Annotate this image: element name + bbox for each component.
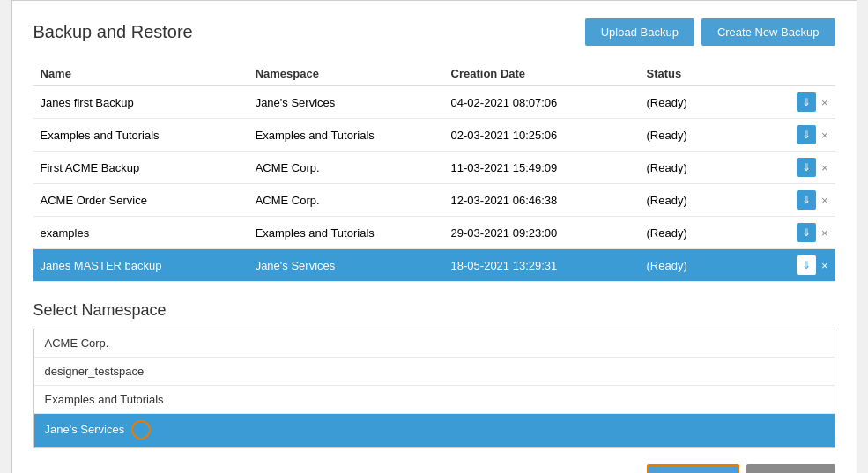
create-new-backup-button[interactable]: Create New Backup [701, 18, 835, 46]
cell-date: 04-02-2021 08:07:06 [444, 86, 640, 119]
cell-namespace: Examples and Tutorials [249, 119, 444, 152]
cell-actions: ⇓× [776, 184, 835, 217]
cell-actions: ⇓× [776, 152, 835, 184]
cursor-indicator [131, 420, 151, 440]
cell-name: Examples and Tutorials [33, 119, 249, 152]
download-icon[interactable]: ⇓ [797, 190, 816, 210]
table-row[interactable]: Janes MASTER backupJane's Services18-05-… [33, 249, 835, 282]
namespace-item[interactable]: ACME Corp. [34, 329, 835, 358]
cell-namespace: Jane's Services [249, 249, 444, 282]
namespace-item[interactable]: Jane's Services [34, 414, 835, 447]
footer-buttons: Restore Cancel [33, 464, 835, 473]
cell-status: (Ready) [640, 152, 776, 184]
cell-name: Janes MASTER backup [33, 249, 249, 282]
close-icon[interactable]: × [821, 226, 828, 240]
action-icons: ⇓× [783, 223, 828, 242]
namespace-item[interactable]: designer_testspace [34, 358, 835, 386]
action-icons: ⇓× [783, 92, 828, 112]
cell-status: (Ready) [640, 86, 776, 119]
action-icons: ⇓× [783, 255, 828, 275]
action-icons: ⇓× [783, 158, 828, 177]
cancel-button[interactable]: Cancel [746, 464, 835, 473]
close-icon[interactable]: × [821, 161, 828, 174]
cell-actions: ⇓× [776, 217, 835, 249]
col-header-actions [776, 62, 835, 86]
action-icons: ⇓× [783, 125, 828, 144]
table-row[interactable]: Janes first BackupJane's Services04-02-2… [33, 86, 835, 119]
col-header-status: Status [640, 62, 776, 86]
cell-name: Janes first Backup [33, 86, 249, 119]
table-row[interactable]: First ACME BackupACME Corp.11-03-2021 15… [33, 152, 835, 184]
cell-namespace: ACME Corp. [249, 184, 444, 217]
cell-actions: ⇓× [776, 119, 835, 152]
action-icons: ⇓× [783, 190, 828, 210]
download-icon[interactable]: ⇓ [797, 255, 816, 275]
cell-date: 02-03-2021 10:25:06 [444, 119, 640, 152]
cell-status: (Ready) [640, 184, 776, 217]
cell-namespace: Jane's Services [249, 86, 444, 119]
restore-button[interactable]: Restore [647, 464, 740, 473]
close-icon[interactable]: × [821, 194, 828, 207]
cell-name: ACME Order Service [33, 184, 249, 217]
namespace-item[interactable]: Examples and Tutorials [34, 386, 835, 414]
cell-status: (Ready) [640, 217, 776, 249]
col-header-date: Creation Date [444, 62, 640, 86]
download-icon[interactable]: ⇓ [797, 125, 816, 144]
namespace-section-title: Select Namespace [33, 301, 835, 320]
upload-backup-button[interactable]: Upload Backup [585, 18, 694, 46]
cell-actions: ⇓× [776, 86, 835, 119]
page-title: Backup and Restore [33, 22, 193, 42]
header-buttons: Upload Backup Create New Backup [585, 18, 835, 46]
download-icon[interactable]: ⇓ [797, 158, 816, 177]
cell-namespace: Examples and Tutorials [249, 217, 444, 249]
backup-restore-panel: Backup and Restore Upload Backup Create … [11, 0, 857, 473]
cell-date: 29-03-2021 09:23:00 [444, 217, 640, 249]
close-icon[interactable]: × [821, 129, 828, 142]
col-header-namespace: Namespace [249, 62, 444, 86]
table-row[interactable]: Examples and TutorialsExamples and Tutor… [33, 119, 835, 152]
table-header-row: Name Namespace Creation Date Status [33, 62, 835, 86]
cell-date: 12-03-2021 06:46:38 [444, 184, 640, 217]
close-icon[interactable]: × [821, 259, 828, 272]
backup-table: Name Namespace Creation Date Status Jane… [33, 62, 835, 282]
download-icon[interactable]: ⇓ [797, 223, 816, 242]
table-row[interactable]: examplesExamples and Tutorials29-03-2021… [33, 217, 835, 249]
cell-status: (Ready) [640, 119, 776, 152]
download-icon[interactable]: ⇓ [797, 92, 816, 112]
table-row[interactable]: ACME Order ServiceACME Corp.12-03-2021 0… [33, 184, 835, 217]
col-header-name: Name [33, 62, 249, 86]
namespace-section: Select Namespace ACME Corp.designer_test… [33, 301, 835, 448]
cell-name: examples [33, 217, 249, 249]
cell-date: 11-03-2021 15:49:09 [444, 152, 640, 184]
cell-namespace: ACME Corp. [249, 152, 444, 184]
cell-date: 18-05-2021 13:29:31 [444, 249, 640, 282]
namespace-list: ACME Corp.designer_testspaceExamples and… [33, 329, 835, 448]
close-icon[interactable]: × [821, 96, 828, 109]
header: Backup and Restore Upload Backup Create … [33, 18, 835, 46]
cell-status: (Ready) [640, 249, 776, 282]
cell-actions: ⇓× [776, 249, 835, 282]
cell-name: First ACME Backup [33, 152, 249, 184]
